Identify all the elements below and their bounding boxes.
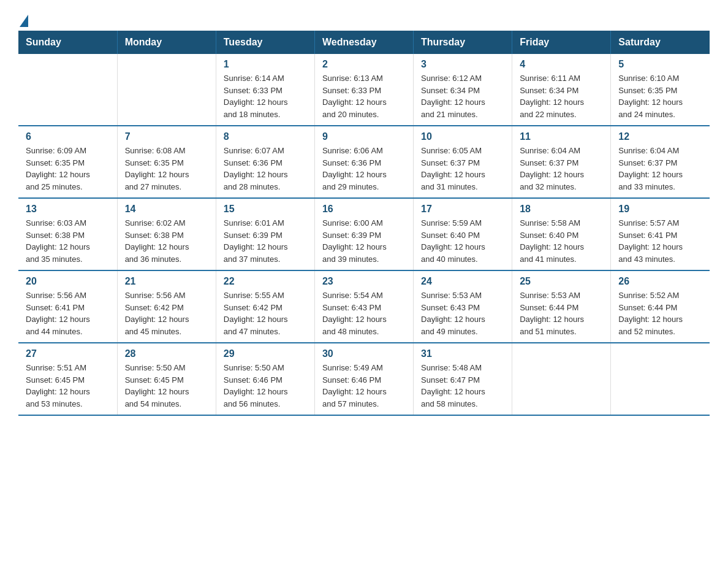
day-number: 17 <box>421 204 504 215</box>
calendar-cell <box>117 54 216 126</box>
calendar-header-monday: Monday <box>117 31 216 54</box>
day-info: Sunrise: 6:13 AM Sunset: 6:33 PM Dayligh… <box>322 72 406 120</box>
calendar-week-row: 1Sunrise: 6:14 AM Sunset: 6:33 PM Daylig… <box>18 54 710 126</box>
calendar-cell: 14Sunrise: 6:02 AM Sunset: 6:38 PM Dayli… <box>117 198 216 270</box>
day-number: 26 <box>618 276 702 287</box>
calendar-cell: 17Sunrise: 5:59 AM Sunset: 6:40 PM Dayli… <box>414 198 512 270</box>
calendar-cell: 22Sunrise: 5:55 AM Sunset: 6:42 PM Dayli… <box>216 270 314 343</box>
day-number: 18 <box>520 204 603 215</box>
day-info: Sunrise: 5:50 AM Sunset: 6:45 PM Dayligh… <box>125 362 208 410</box>
calendar-cell: 5Sunrise: 6:10 AM Sunset: 6:35 PM Daylig… <box>611 54 710 126</box>
day-info: Sunrise: 5:55 AM Sunset: 6:42 PM Dayligh… <box>224 289 307 337</box>
calendar-cell: 30Sunrise: 5:49 AM Sunset: 6:46 PM Dayli… <box>314 343 413 415</box>
day-info: Sunrise: 5:50 AM Sunset: 6:46 PM Dayligh… <box>224 362 307 410</box>
calendar-cell: 19Sunrise: 5:57 AM Sunset: 6:41 PM Dayli… <box>611 198 710 270</box>
calendar-cell: 3Sunrise: 6:12 AM Sunset: 6:34 PM Daylig… <box>414 54 512 126</box>
calendar-cell: 24Sunrise: 5:53 AM Sunset: 6:43 PM Dayli… <box>414 270 512 343</box>
day-number: 1 <box>224 59 307 70</box>
day-number: 25 <box>520 276 603 287</box>
day-number: 4 <box>520 59 603 70</box>
day-info: Sunrise: 5:51 AM Sunset: 6:45 PM Dayligh… <box>26 362 110 410</box>
calendar-week-row: 20Sunrise: 5:56 AM Sunset: 6:41 PM Dayli… <box>18 270 710 343</box>
day-number: 2 <box>322 59 406 70</box>
day-info: Sunrise: 6:05 AM Sunset: 6:37 PM Dayligh… <box>421 145 504 193</box>
calendar-cell: 31Sunrise: 5:48 AM Sunset: 6:47 PM Dayli… <box>414 343 512 415</box>
calendar-header-saturday: Saturday <box>611 31 710 54</box>
day-info: Sunrise: 6:03 AM Sunset: 6:38 PM Dayligh… <box>26 217 110 265</box>
day-info: Sunrise: 5:48 AM Sunset: 6:47 PM Dayligh… <box>421 362 504 410</box>
calendar-cell <box>512 343 611 415</box>
calendar-cell: 15Sunrise: 6:01 AM Sunset: 6:39 PM Dayli… <box>216 198 314 270</box>
calendar-cell: 13Sunrise: 6:03 AM Sunset: 6:38 PM Dayli… <box>18 198 117 270</box>
calendar-cell: 9Sunrise: 6:06 AM Sunset: 6:36 PM Daylig… <box>314 126 413 198</box>
day-number: 23 <box>322 276 406 287</box>
day-number: 16 <box>322 204 406 215</box>
calendar-header-sunday: Sunday <box>18 31 117 54</box>
day-info: Sunrise: 6:02 AM Sunset: 6:38 PM Dayligh… <box>125 217 208 265</box>
calendar-cell: 4Sunrise: 6:11 AM Sunset: 6:34 PM Daylig… <box>512 54 611 126</box>
day-number: 6 <box>26 131 110 142</box>
calendar-cell: 10Sunrise: 6:05 AM Sunset: 6:37 PM Dayli… <box>414 126 512 198</box>
day-number: 22 <box>224 276 307 287</box>
day-info: Sunrise: 5:58 AM Sunset: 6:40 PM Dayligh… <box>520 217 603 265</box>
calendar-week-row: 6Sunrise: 6:09 AM Sunset: 6:35 PM Daylig… <box>18 126 710 198</box>
calendar-cell: 1Sunrise: 6:14 AM Sunset: 6:33 PM Daylig… <box>216 54 314 126</box>
day-number: 12 <box>618 131 702 142</box>
day-info: Sunrise: 5:53 AM Sunset: 6:44 PM Dayligh… <box>520 289 603 337</box>
calendar-cell <box>611 343 710 415</box>
day-info: Sunrise: 6:08 AM Sunset: 6:35 PM Dayligh… <box>125 145 208 193</box>
day-number: 13 <box>26 204 110 215</box>
calendar-cell: 16Sunrise: 6:00 AM Sunset: 6:39 PM Dayli… <box>314 198 413 270</box>
day-info: Sunrise: 5:57 AM Sunset: 6:41 PM Dayligh… <box>618 217 702 265</box>
calendar-header-friday: Friday <box>512 31 611 54</box>
day-number: 11 <box>520 131 603 142</box>
calendar-header-row: SundayMondayTuesdayWednesdayThursdayFrid… <box>18 31 710 54</box>
day-number: 21 <box>125 276 208 287</box>
calendar-header-thursday: Thursday <box>414 31 512 54</box>
calendar-cell: 27Sunrise: 5:51 AM Sunset: 6:45 PM Dayli… <box>18 343 117 415</box>
day-info: Sunrise: 6:00 AM Sunset: 6:39 PM Dayligh… <box>322 217 406 265</box>
logo-triangle-icon <box>20 15 28 27</box>
calendar-week-row: 27Sunrise: 5:51 AM Sunset: 6:45 PM Dayli… <box>18 343 710 415</box>
day-number: 10 <box>421 131 504 142</box>
day-number: 7 <box>125 131 208 142</box>
day-number: 19 <box>618 204 702 215</box>
day-number: 14 <box>125 204 208 215</box>
day-info: Sunrise: 6:04 AM Sunset: 6:37 PM Dayligh… <box>618 145 702 193</box>
calendar-cell: 7Sunrise: 6:08 AM Sunset: 6:35 PM Daylig… <box>117 126 216 198</box>
day-info: Sunrise: 5:54 AM Sunset: 6:43 PM Dayligh… <box>322 289 406 337</box>
calendar-cell: 20Sunrise: 5:56 AM Sunset: 6:41 PM Dayli… <box>18 270 117 343</box>
calendar-cell: 26Sunrise: 5:52 AM Sunset: 6:44 PM Dayli… <box>611 270 710 343</box>
day-info: Sunrise: 6:04 AM Sunset: 6:37 PM Dayligh… <box>520 145 603 193</box>
day-info: Sunrise: 6:11 AM Sunset: 6:34 PM Dayligh… <box>520 72 603 120</box>
day-number: 28 <box>125 348 208 359</box>
header <box>18 12 710 25</box>
day-number: 24 <box>421 276 504 287</box>
calendar-cell <box>18 54 117 126</box>
day-info: Sunrise: 5:52 AM Sunset: 6:44 PM Dayligh… <box>618 289 702 337</box>
day-info: Sunrise: 6:01 AM Sunset: 6:39 PM Dayligh… <box>224 217 307 265</box>
logo <box>18 12 28 25</box>
day-number: 3 <box>421 59 504 70</box>
calendar-cell: 29Sunrise: 5:50 AM Sunset: 6:46 PM Dayli… <box>216 343 314 415</box>
day-info: Sunrise: 5:49 AM Sunset: 6:46 PM Dayligh… <box>322 362 406 410</box>
day-info: Sunrise: 5:56 AM Sunset: 6:42 PM Dayligh… <box>125 289 208 337</box>
day-info: Sunrise: 6:10 AM Sunset: 6:35 PM Dayligh… <box>618 72 702 120</box>
calendar-cell: 8Sunrise: 6:07 AM Sunset: 6:36 PM Daylig… <box>216 126 314 198</box>
day-number: 9 <box>322 131 406 142</box>
calendar-cell: 21Sunrise: 5:56 AM Sunset: 6:42 PM Dayli… <box>117 270 216 343</box>
calendar-cell: 25Sunrise: 5:53 AM Sunset: 6:44 PM Dayli… <box>512 270 611 343</box>
calendar-cell: 6Sunrise: 6:09 AM Sunset: 6:35 PM Daylig… <box>18 126 117 198</box>
day-info: Sunrise: 6:06 AM Sunset: 6:36 PM Dayligh… <box>322 145 406 193</box>
day-number: 29 <box>224 348 307 359</box>
calendar-cell: 28Sunrise: 5:50 AM Sunset: 6:45 PM Dayli… <box>117 343 216 415</box>
day-number: 8 <box>224 131 307 142</box>
day-number: 30 <box>322 348 406 359</box>
calendar-cell: 2Sunrise: 6:13 AM Sunset: 6:33 PM Daylig… <box>314 54 413 126</box>
day-number: 20 <box>26 276 110 287</box>
day-number: 15 <box>224 204 307 215</box>
day-info: Sunrise: 6:09 AM Sunset: 6:35 PM Dayligh… <box>26 145 110 193</box>
day-number: 5 <box>618 59 702 70</box>
day-number: 27 <box>26 348 110 359</box>
day-info: Sunrise: 5:56 AM Sunset: 6:41 PM Dayligh… <box>26 289 110 337</box>
